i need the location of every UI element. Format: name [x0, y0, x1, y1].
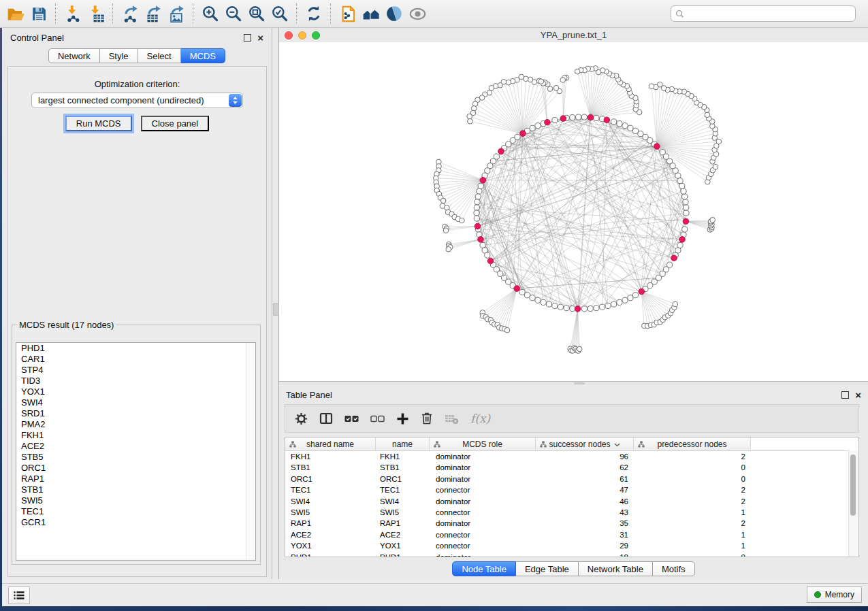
graph-node[interactable] — [611, 119, 617, 125]
table-row[interactable]: RAP1RAP1dominator352 — [285, 518, 858, 529]
graph-node[interactable] — [684, 205, 689, 210]
cell[interactable]: 35 — [536, 518, 634, 529]
cell[interactable]: RAP1 — [376, 518, 430, 529]
cell[interactable]: ACE2 — [285, 529, 376, 540]
mcds-result-item[interactable]: SRD1 — [16, 408, 255, 419]
graph-node[interactable] — [570, 306, 575, 311]
cell[interactable]: STB1 — [376, 462, 430, 473]
memory-button[interactable]: Memory — [807, 587, 862, 603]
graph-node[interactable] — [485, 252, 490, 258]
graph-mcds-node[interactable] — [604, 117, 610, 123]
float-panel-icon[interactable] — [244, 34, 251, 42]
graph-node[interactable] — [611, 301, 617, 307]
cell[interactable]: 96 — [536, 451, 634, 462]
cell[interactable]: 1 — [634, 529, 751, 540]
network-graph[interactable] — [279, 42, 868, 382]
cell[interactable]: FKH1 — [285, 451, 376, 462]
mcds-result-item[interactable]: RAP1 — [16, 474, 255, 484]
columns-icon[interactable] — [319, 412, 333, 425]
table-row[interactable]: PHD1PHD1dominator180 — [285, 552, 858, 557]
graph-node[interactable] — [628, 125, 633, 131]
graph-mcds-node[interactable] — [560, 116, 566, 122]
tab-network[interactable]: Network — [48, 48, 100, 63]
graph-mcds-node[interactable] — [498, 148, 504, 154]
export-network-icon[interactable] — [118, 2, 142, 25]
graph-node[interactable] — [681, 188, 686, 194]
graph-node[interactable] — [468, 118, 473, 124]
table-scrollbar[interactable] — [848, 450, 858, 557]
mcds-result-item[interactable]: PMA2 — [16, 419, 255, 430]
cell[interactable]: connector — [430, 540, 536, 551]
graph-node[interactable] — [539, 79, 544, 84]
table-row[interactable]: ORC1ORC1dominator610 — [285, 474, 858, 484]
graph-mcds-node[interactable] — [683, 218, 689, 225]
cell[interactable]: dominator — [430, 518, 536, 529]
graph-node[interactable] — [682, 227, 688, 232]
cell[interactable]: connector — [430, 529, 536, 540]
cell[interactable]: SWI4 — [285, 496, 376, 507]
cell[interactable]: 46 — [536, 496, 634, 507]
graph-mcds-node[interactable] — [588, 114, 594, 120]
graph-mcds-node[interactable] — [520, 131, 526, 137]
mcds-result-item[interactable]: TID3 — [16, 376, 255, 386]
delete-row-icon[interactable] — [421, 412, 433, 425]
refresh-network-icon[interactable] — [302, 2, 325, 25]
cell[interactable]: dominator — [430, 451, 536, 462]
graph-mcds-node[interactable] — [639, 288, 645, 295]
graph-node[interactable] — [622, 297, 628, 303]
graph-node[interactable] — [683, 199, 688, 205]
tab-style[interactable]: Style — [100, 48, 138, 63]
zoom-in-icon[interactable] — [199, 2, 222, 25]
cell[interactable]: SWI4 — [376, 496, 430, 507]
tab-edge-table[interactable]: Edge Table — [516, 561, 579, 576]
graph-node[interactable] — [480, 242, 485, 248]
cell[interactable]: FKH1 — [376, 451, 430, 462]
share-network-document-icon[interactable] — [336, 2, 359, 25]
graph-node[interactable] — [546, 301, 551, 307]
graph-node[interactable] — [605, 303, 611, 308]
export-image-icon[interactable] — [165, 2, 188, 25]
style-preview-icon[interactable] — [383, 2, 406, 25]
cell[interactable]: dominator — [430, 474, 536, 484]
graph-node[interactable] — [600, 304, 605, 310]
import-table-icon[interactable] — [84, 2, 108, 25]
graph-node[interactable] — [506, 80, 511, 85]
graph-node[interactable] — [535, 123, 541, 129]
cell[interactable]: ORC1 — [376, 474, 430, 484]
tab-node-table[interactable]: Node Table — [452, 561, 516, 576]
graph-node[interactable] — [673, 301, 678, 307]
graph-node[interactable] — [467, 114, 472, 119]
graph-mcds-node[interactable] — [575, 306, 581, 312]
table-row[interactable]: TEC1TEC1connector472 — [285, 484, 858, 495]
mcds-result-item[interactable]: ORC1 — [16, 463, 255, 474]
run-mcds-button[interactable]: Run MCDS — [65, 116, 132, 131]
graph-mcds-node[interactable] — [487, 258, 494, 264]
graph-node[interactable] — [643, 134, 648, 139]
graph-node[interactable] — [524, 293, 530, 298]
table-row[interactable]: STB1STB1dominator620 — [285, 462, 858, 473]
tab-motifs[interactable]: Motifs — [653, 561, 695, 576]
graph-node[interactable] — [519, 289, 525, 295]
graph-node[interactable] — [460, 218, 465, 223]
cell[interactable]: connector — [430, 507, 536, 518]
optimization-criterion-select[interactable]: largest connected component (undirected) — [31, 93, 243, 108]
cell[interactable]: PHD1 — [285, 552, 376, 557]
network-canvas[interactable] — [279, 42, 868, 381]
float-panel-icon[interactable] — [841, 391, 849, 399]
graph-node[interactable] — [570, 114, 575, 120]
graph-node[interactable] — [474, 205, 479, 210]
mcds-result-item[interactable]: TEC1 — [16, 506, 255, 517]
graph-node[interactable] — [677, 242, 683, 248]
graph-mcds-node[interactable] — [475, 223, 481, 229]
splitter-grip[interactable] — [273, 303, 279, 316]
cell[interactable]: TEC1 — [376, 484, 430, 495]
zoom-fit-icon[interactable] — [245, 2, 268, 25]
mcds-result-item[interactable]: GCR1 — [16, 517, 255, 528]
graph-node[interactable] — [682, 194, 688, 199]
column-header-predecessor-nodes[interactable]: predecessor nodes — [634, 437, 751, 450]
column-header-mcds-role[interactable]: MCDS role — [430, 437, 536, 450]
search-input[interactable] — [684, 8, 851, 19]
mcds-result-item[interactable]: YOX1 — [16, 386, 255, 397]
cell[interactable]: 2 — [634, 451, 751, 462]
cell[interactable]: YOX1 — [376, 540, 430, 551]
